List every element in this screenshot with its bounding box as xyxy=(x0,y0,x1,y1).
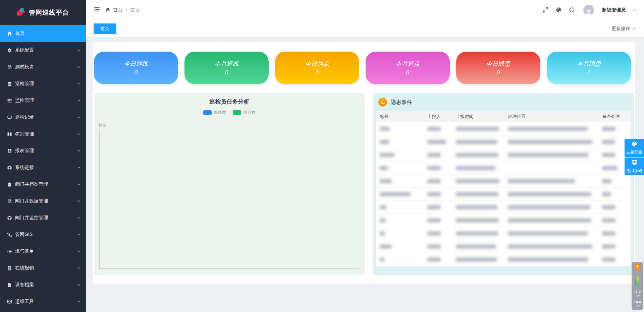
chevron-down-icon xyxy=(632,26,636,32)
table-row xyxy=(376,240,631,253)
sidebar-item-equipment-archives[interactable]: 设备档案 xyxy=(0,276,86,293)
column-header: 上报人 xyxy=(424,114,452,120)
theme-palette-icon[interactable] xyxy=(556,7,561,13)
chevron-down-icon xyxy=(77,148,80,153)
sidebar-item-label: 设备档案 xyxy=(15,282,34,288)
sidebar-item-label: 系统配置 xyxy=(15,47,34,53)
avatar[interactable] xyxy=(583,5,594,15)
refresh-icon[interactable] xyxy=(569,7,575,13)
stat-value: 0 xyxy=(497,69,500,76)
sidebar-item-report-management[interactable]: 报表管理 xyxy=(0,142,86,159)
breadcrumb-current[interactable]: 首页 xyxy=(130,7,140,13)
report-icon xyxy=(7,148,12,153)
sidebar-item-valve-well-archives[interactable]: 阀门井档案管理 xyxy=(0,176,86,193)
sidebar-item-checkin-management[interactable]: 签到管理 xyxy=(0,126,86,142)
sidebar-item-system-config[interactable]: 系统配置 xyxy=(0,42,86,59)
hazard-header: 隐患事件 xyxy=(378,98,629,107)
stat-card-month-lines: 本月巡线 0 xyxy=(184,52,269,84)
upload-speed-unit: ↑K/s xyxy=(634,294,640,298)
stat-card-today-hazards: 今日隐患 0 xyxy=(456,52,540,84)
username[interactable]: 超级管理员 xyxy=(602,7,626,13)
sidebar-item-label: 系统链接 xyxy=(15,165,34,171)
tab-home[interactable]: 首页 xyxy=(94,23,116,34)
home-icon xyxy=(105,7,110,13)
dashboard-card: 今日巡线 0 本月巡线 0 今日巡点 0 本月巡点 0 今日隐患 0 xyxy=(93,42,635,284)
legend-swatch-green xyxy=(233,110,241,115)
chevron-down-icon xyxy=(77,48,80,53)
chevron-down-icon xyxy=(77,115,80,120)
chart-plot-area xyxy=(99,129,359,269)
chart-legend: 巡线数 巡点数 xyxy=(94,110,365,115)
y-axis-label: 数量 xyxy=(98,123,106,128)
collapse-sidebar-icon[interactable] xyxy=(94,7,100,13)
sidebar-item-monitor-management[interactable]: 监控管理 xyxy=(0,92,86,109)
sidebar-item-gas-dispatch[interactable]: 燃气派单 xyxy=(0,243,86,260)
theme-config-button[interactable]: 主题配置 xyxy=(625,139,644,157)
sidebar-item-label: 管网GIS xyxy=(15,232,33,238)
legend-label: 巡点数 xyxy=(244,110,256,115)
user-icon xyxy=(7,232,12,237)
chevron-down-icon xyxy=(77,198,80,204)
breadcrumb-home[interactable]: 首页 xyxy=(113,7,122,13)
home-icon xyxy=(7,31,12,36)
sidebar-item-label: 首页 xyxy=(15,30,24,37)
sidebar-item-inspection-management[interactable]: 巡检管理 xyxy=(0,75,86,92)
sidebar-item-valve-well-monitor[interactable]: 阀门井监控管理 xyxy=(0,209,86,226)
upload-speed-value: 11.2 xyxy=(634,290,641,294)
sidebar-item-label: 阀门井监控管理 xyxy=(15,215,48,221)
laptop-icon xyxy=(7,115,12,120)
sidebar-item-label: 签到管理 xyxy=(15,131,34,137)
sidebar-item-pipeline-gis[interactable]: 管网GIS xyxy=(0,226,86,243)
sidebar: 管网巡线平台 首页 系统配置 测试模块 巡检管理 监控管理 巡检 xyxy=(0,0,86,312)
floating-action-buttons: 主题配置 拷贝源码 xyxy=(625,139,644,176)
sidebar-item-label: 在线报销 xyxy=(15,265,34,271)
sidebar-item-label: 监控管理 xyxy=(15,98,34,104)
sidebar-item-inspection-records[interactable]: 巡检记录 xyxy=(0,109,86,126)
clipboard-icon xyxy=(7,182,12,187)
chevron-down-icon xyxy=(77,64,80,70)
hazard-table: 标题 上报人 上报时间 地理位置 是否处理 xyxy=(376,111,631,266)
cube-icon xyxy=(7,165,12,170)
sidebar-item-system-links[interactable]: 系统链接 xyxy=(0,159,86,176)
palette-icon xyxy=(632,141,637,148)
stat-card-today-lines: 今日巡线 0 xyxy=(94,52,178,84)
book-icon xyxy=(7,132,12,137)
hazard-events-panel: 隐患事件 标题 上报人 上报时间 地理位置 是否处理 xyxy=(373,93,634,275)
column-header: 上报时间 xyxy=(452,114,504,120)
stat-card-today-points: 今日巡点 0 xyxy=(275,52,359,84)
chevron-down-icon xyxy=(77,282,80,288)
sidebar-item-valve-well-data[interactable]: 阀门井数据管理 xyxy=(0,193,86,209)
table-row xyxy=(376,227,631,240)
table-row xyxy=(376,175,631,188)
legend-label: 巡线数 xyxy=(214,110,226,115)
alarm-bell-icon xyxy=(378,98,387,107)
network-speed-widget[interactable]: 1 11.2 ↑K/s 14.4 ↓K/s xyxy=(632,262,643,310)
sidebar-item-label: 运维工具 xyxy=(15,299,34,305)
sidebar-item-ops-tools[interactable]: 运维工具 xyxy=(0,293,86,310)
top-navbar: 首页 > 首页 超级管理员 xyxy=(86,0,644,20)
sidebar-item-test-module[interactable]: 测试模块 xyxy=(0,59,86,75)
legend-item-points[interactable]: 巡点数 xyxy=(233,110,256,115)
copy-source-button[interactable]: 拷贝源码 xyxy=(625,158,644,175)
fullscreen-icon[interactable] xyxy=(543,7,548,13)
sidebar-item-label: 阀门井数据管理 xyxy=(15,198,48,204)
hazard-table-header: 标题 上报人 上报时间 地理位置 是否处理 xyxy=(376,111,631,122)
sidebar-item-online-reimbursement[interactable]: 在线报销 xyxy=(0,260,86,276)
tab-bar: 首页 更多操作 xyxy=(86,20,644,38)
badge-count-text: 1 xyxy=(634,264,641,268)
stat-value: 0 xyxy=(406,69,409,76)
chevron-down-icon xyxy=(77,131,80,137)
table-row xyxy=(376,201,631,214)
chart-title: 巡检员任务分析 xyxy=(94,98,365,106)
sidebar-item-label: 阀门井档案管理 xyxy=(15,181,48,187)
stat-label: 本月巡线 xyxy=(215,60,239,68)
chevron-down-icon xyxy=(77,182,80,187)
stat-value: 0 xyxy=(587,69,590,76)
battery-gauge-icon xyxy=(635,276,639,286)
sidebar-item-home[interactable]: 首页 xyxy=(0,25,86,42)
user-menu-chevron-icon[interactable] xyxy=(633,7,637,13)
legend-item-lines[interactable]: 巡线数 xyxy=(203,110,226,115)
more-operations[interactable]: 更多操作 xyxy=(611,26,636,32)
book-icon xyxy=(7,266,12,271)
sidebar-item-label: 巡检记录 xyxy=(15,114,34,120)
